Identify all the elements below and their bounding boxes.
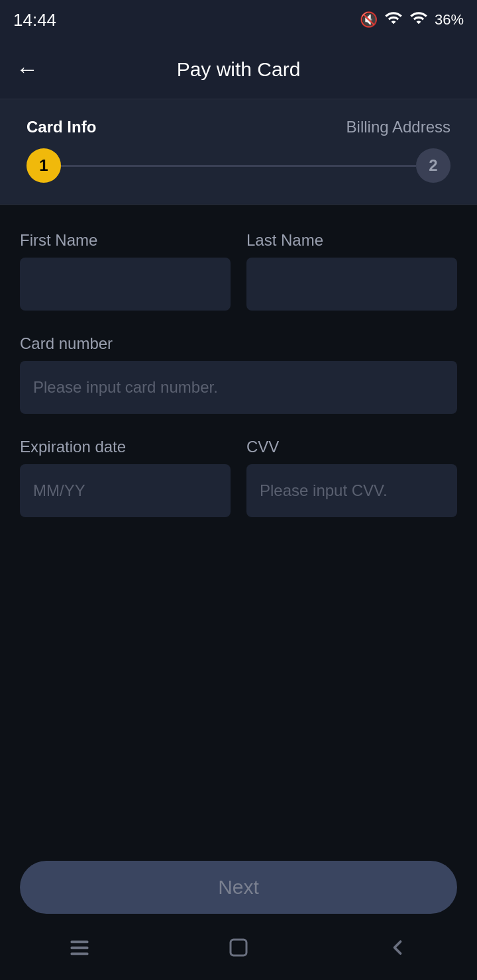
last-name-input[interactable] [246, 258, 457, 311]
nav-menu-icon[interactable] [68, 936, 91, 965]
status-icons: 🔇 36% [360, 9, 464, 31]
step1-label: Card Info [26, 118, 96, 136]
svg-rect-3 [231, 940, 246, 956]
expiration-label: Expiration date [20, 438, 231, 456]
step1-circle: 1 [26, 148, 61, 183]
last-name-label: Last Name [246, 231, 457, 250]
next-button-container: Next [20, 861, 457, 914]
step-labels: Card Info Billing Address [26, 118, 450, 136]
nav-home-icon[interactable] [227, 936, 250, 965]
status-bar: 14:44 🔇 36% [0, 0, 477, 40]
first-name-input[interactable] [20, 258, 231, 311]
step-indicator: Card Info Billing Address 1 2 [0, 99, 477, 205]
last-name-group: Last Name [246, 231, 457, 311]
cvv-input[interactable] [246, 464, 457, 517]
step2-label: Billing Address [346, 118, 450, 136]
card-number-label: Card number [20, 334, 457, 353]
expiration-group: Expiration date [20, 438, 231, 517]
page-title: Pay with Card [177, 58, 301, 81]
step-line [61, 165, 416, 167]
svg-rect-2 [71, 953, 89, 956]
signal-icon [409, 9, 428, 31]
cvv-label: CVV [246, 438, 457, 456]
first-name-label: First Name [20, 231, 231, 250]
step-track: 1 2 [26, 148, 450, 183]
name-row: First Name Last Name [20, 231, 457, 311]
expiration-input[interactable] [20, 464, 231, 517]
status-time: 14:44 [13, 10, 56, 30]
back-button[interactable]: ← [16, 56, 38, 82]
nav-back-icon[interactable] [386, 936, 409, 965]
battery-text: 36% [435, 11, 464, 28]
mute-icon: 🔇 [360, 11, 378, 28]
next-button[interactable]: Next [20, 861, 457, 914]
main-content: First Name Last Name Card number Expirat… [0, 205, 477, 517]
step2-circle: 2 [416, 148, 450, 183]
card-number-input[interactable] [20, 361, 457, 414]
bottom-nav [0, 920, 477, 980]
expiry-cvv-row: Expiration date CVV [20, 438, 457, 517]
svg-rect-1 [71, 947, 89, 950]
wifi-icon [384, 9, 403, 31]
card-number-group: Card number [20, 334, 457, 414]
first-name-group: First Name [20, 231, 231, 311]
cvv-group: CVV [246, 438, 457, 517]
svg-rect-0 [71, 941, 89, 944]
header: ← Pay with Card [0, 40, 477, 99]
